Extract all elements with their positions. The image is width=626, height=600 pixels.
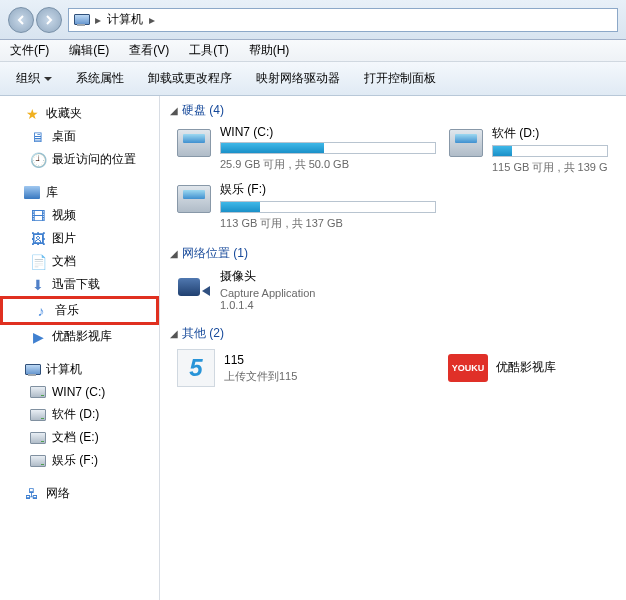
drive-info: WIN7 (C:) 25.9 GB 可用 , 共 50.0 GB — [220, 125, 436, 175]
drive-icon — [30, 430, 46, 446]
sidebar-item-xunlei[interactable]: ⬇ 迅雷下载 — [0, 273, 159, 296]
netloc-tile[interactable]: 摄像头 Capture Application 1.0.1.4 — [176, 268, 436, 311]
youku-app-icon: YOUKU — [448, 348, 488, 388]
drive-name: WIN7 (C:) — [220, 125, 436, 139]
sidebar-item-favorites[interactable]: ★ 收藏夹 — [0, 102, 159, 125]
sidebar-item-computer[interactable]: 计算机 — [0, 358, 159, 381]
drive-tile[interactable]: 娱乐 (F:) 113 GB 可用 , 共 137 GB — [176, 181, 436, 231]
sidebar-label: 桌面 — [52, 128, 76, 145]
drive-tile[interactable]: 软件 (D:) 115 GB 可用 , 共 139 G — [448, 125, 608, 175]
section-title: 网络位置 (1) — [182, 245, 248, 262]
other-items: 5 115 上传文件到115 YOUKU 优酷影视库 — [170, 348, 616, 388]
netloc-sub: Capture Application — [220, 287, 315, 299]
tree-computer: 计算机 WIN7 (C:) 软件 (D:) 文档 (E:) 娱乐 (F:) — [0, 358, 159, 472]
sidebar-label: 音乐 — [55, 302, 79, 319]
sidebar-label: 迅雷下载 — [52, 276, 100, 293]
picture-icon: 🖼 — [30, 231, 46, 247]
sidebar-item-music[interactable]: ♪ 音乐 — [0, 296, 159, 325]
drive-bar — [492, 145, 608, 157]
organize-button[interactable]: 组织 — [6, 66, 62, 91]
sidebar-label: 文档 (E:) — [52, 429, 99, 446]
map-network-drive-button[interactable]: 映射网络驱动器 — [246, 66, 350, 91]
sidebar-item-desktop[interactable]: 🖥 桌面 — [0, 125, 159, 148]
other-sub: 上传文件到115 — [224, 369, 297, 384]
address-bar[interactable]: ▸ 计算机 ▸ — [68, 8, 618, 32]
sidebar-item-libraries[interactable]: 库 — [0, 181, 159, 204]
sidebar-item-drive-f[interactable]: 娱乐 (F:) — [0, 449, 159, 472]
main-pane: ◢ 硬盘 (4) WIN7 (C:) 25.9 GB 可用 , 共 50.0 G… — [160, 96, 626, 600]
sidebar-label: 软件 (D:) — [52, 406, 99, 423]
drive-bar — [220, 201, 436, 213]
drive-tile[interactable]: WIN7 (C:) 25.9 GB 可用 , 共 50.0 GB — [176, 125, 436, 175]
sidebar-label: 图片 — [52, 230, 76, 247]
netloc-name: 摄像头 — [220, 268, 315, 285]
forward-button[interactable] — [36, 7, 62, 33]
netloc-version: 1.0.1.4 — [220, 299, 315, 311]
youku-icon: ▶ — [30, 329, 46, 345]
sidebar-label: 网络 — [46, 485, 70, 502]
drive-stat: 25.9 GB 可用 , 共 50.0 GB — [220, 157, 436, 172]
uninstall-button[interactable]: 卸载或更改程序 — [138, 66, 242, 91]
sidebar-item-drive-d[interactable]: 软件 (D:) — [0, 403, 159, 426]
xunlei-icon: ⬇ — [30, 277, 46, 293]
drive-icon — [30, 407, 46, 423]
drive-icon — [448, 125, 484, 161]
back-button[interactable] — [8, 7, 34, 33]
desktop-icon: 🖥 — [30, 129, 46, 145]
breadcrumb: ▸ 计算机 ▸ — [93, 11, 157, 28]
computer-icon — [73, 12, 89, 28]
library-icon — [24, 185, 40, 201]
tree-network: 🖧 网络 — [0, 482, 159, 505]
sidebar-label: 库 — [46, 184, 58, 201]
sidebar-item-pictures[interactable]: 🖼 图片 — [0, 227, 159, 250]
sidebar-item-videos[interactable]: 🎞 视频 — [0, 204, 159, 227]
other-tile-115[interactable]: 5 115 上传文件到115 — [176, 348, 436, 388]
camera-icon — [176, 268, 212, 304]
sidebar-label: 优酷影视库 — [52, 328, 112, 345]
drive-icon — [176, 181, 212, 217]
document-icon: 📄 — [30, 254, 46, 270]
tree-favorites: ★ 收藏夹 🖥 桌面 🕘 最近访问的位置 — [0, 102, 159, 171]
section-drives: ◢ 硬盘 (4) WIN7 (C:) 25.9 GB 可用 , 共 50.0 G… — [170, 102, 616, 231]
sidebar-item-documents[interactable]: 📄 文档 — [0, 250, 159, 273]
content: ★ 收藏夹 🖥 桌面 🕘 最近访问的位置 库 🎞 视频 — [0, 96, 626, 600]
menu-tools[interactable]: 工具(T) — [179, 40, 238, 61]
section-header-drives[interactable]: ◢ 硬盘 (4) — [170, 102, 616, 119]
recent-icon: 🕘 — [30, 152, 46, 168]
section-title: 其他 (2) — [182, 325, 224, 342]
breadcrumb-item[interactable]: 计算机 — [105, 11, 145, 28]
other-info: 115 上传文件到115 — [224, 353, 297, 384]
tree-libraries: 库 🎞 视频 🖼 图片 📄 文档 ⬇ 迅雷下载 ♪ 音乐 — [0, 181, 159, 348]
menu-help[interactable]: 帮助(H) — [239, 40, 300, 61]
computer-icon — [24, 362, 40, 378]
drive-icon — [30, 453, 46, 469]
sidebar-item-recent[interactable]: 🕘 最近访问的位置 — [0, 148, 159, 171]
control-panel-button[interactable]: 打开控制面板 — [354, 66, 446, 91]
sidebar-item-network[interactable]: 🖧 网络 — [0, 482, 159, 505]
sidebar-label: 收藏夹 — [46, 105, 82, 122]
organize-label: 组织 — [16, 70, 40, 87]
sidebar-item-youku[interactable]: ▶ 优酷影视库 — [0, 325, 159, 348]
drive-icon — [176, 125, 212, 161]
sidebar-item-drive-c[interactable]: WIN7 (C:) — [0, 381, 159, 403]
collapse-icon: ◢ — [170, 328, 178, 339]
section-title: 硬盘 (4) — [182, 102, 224, 119]
sidebar-label: 娱乐 (F:) — [52, 452, 98, 469]
music-icon: ♪ — [33, 303, 49, 319]
menu-edit[interactable]: 编辑(E) — [59, 40, 119, 61]
netloc-info: 摄像头 Capture Application 1.0.1.4 — [220, 268, 315, 311]
sidebar-item-drive-e[interactable]: 文档 (E:) — [0, 426, 159, 449]
sidebar-label: WIN7 (C:) — [52, 385, 105, 399]
drive-info: 软件 (D:) 115 GB 可用 , 共 139 G — [492, 125, 608, 175]
section-network-location: ◢ 网络位置 (1) 摄像头 Capture Application 1.0.1… — [170, 245, 616, 311]
drive-items: WIN7 (C:) 25.9 GB 可用 , 共 50.0 GB 软件 (D:)… — [170, 125, 616, 231]
star-icon: ★ — [24, 106, 40, 122]
section-header-netloc[interactable]: ◢ 网络位置 (1) — [170, 245, 616, 262]
system-properties-button[interactable]: 系统属性 — [66, 66, 134, 91]
drive-name: 软件 (D:) — [492, 125, 608, 142]
menu-view[interactable]: 查看(V) — [119, 40, 179, 61]
other-tile-youku[interactable]: YOUKU 优酷影视库 — [448, 348, 608, 388]
menu-file[interactable]: 文件(F) — [0, 40, 59, 61]
section-header-other[interactable]: ◢ 其他 (2) — [170, 325, 616, 342]
sidebar-label: 文档 — [52, 253, 76, 270]
